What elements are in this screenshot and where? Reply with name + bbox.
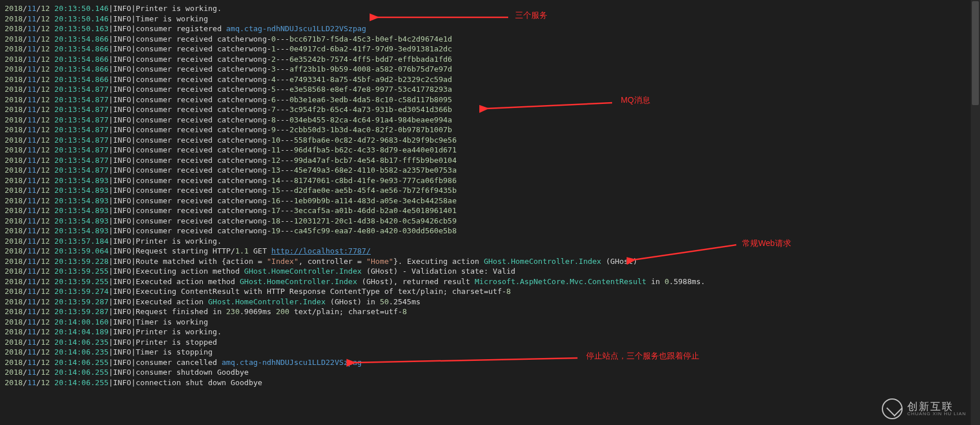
- log-line: 2018/11/12 20:13:54.893|INFO|consumer re…: [5, 216, 975, 226]
- log-line: 2018/11/12 20:14:06.255|INFO|connection …: [5, 378, 975, 388]
- log-line: 2018/11/12 20:14:06.235|INFO|Timer is st…: [5, 347, 975, 357]
- log-line: 2018/11/12 20:13:59.064|INFO|Request sta…: [5, 246, 975, 256]
- log-line: 2018/11/12 20:13:59.228|INFO|Route match…: [5, 256, 975, 267]
- log-line: 2018/11/12 20:14:06.235|INFO|Printer is …: [5, 337, 975, 348]
- scrollbar[interactable]: [971, 0, 980, 425]
- log-line: 2018/11/12 20:13:59.255|INFO|Executed ac…: [5, 277, 975, 287]
- log-line: 2018/11/12 20:13:54.866|INFO|consumer re…: [5, 54, 975, 65]
- log-line: 2018/11/12 20:13:54.877|INFO|consumer re…: [5, 145, 975, 155]
- log-line: 2018/11/12 20:13:54.877|INFO|consumer re…: [5, 115, 975, 125]
- log-line: 2018/11/12 20:14:06.255|INFO|consumer ca…: [5, 357, 975, 368]
- log-line: 2018/11/12 20:13:54.866|INFO|consumer re…: [5, 34, 975, 44]
- log-line: 2018/11/12 20:14:00.160|INFO|Timer is wo…: [5, 317, 975, 327]
- log-line: 2018/11/12 20:13:50.146|INFO|Printer is …: [5, 3, 975, 14]
- log-line: 2018/11/12 20:13:54.893|INFO|consumer re…: [5, 176, 975, 186]
- log-line: 2018/11/12 20:13:59.287|INFO|Request fin…: [5, 307, 975, 317]
- watermark: 创新互联 CHUANG XIN HU LIAN: [882, 398, 966, 419]
- watermark-logo-icon: [882, 398, 903, 419]
- log-output: 2018/11/12 20:13:50.146|INFO|Printer is …: [0, 0, 980, 391]
- scrollbar-thumb[interactable]: [972, 1, 979, 105]
- log-line: 2018/11/12 20:14:04.189|INFO|Printer is …: [5, 327, 975, 337]
- log-line: 2018/11/12 20:13:54.877|INFO|consumer re…: [5, 155, 975, 166]
- log-line: 2018/11/12 20:13:59.255|INFO|Executing a…: [5, 266, 975, 277]
- log-line: 2018/11/12 20:13:54.893|INFO|consumer re…: [5, 206, 975, 216]
- watermark-subtitle: CHUANG XIN HU LIAN: [907, 412, 966, 416]
- log-line: 2018/11/12 20:13:54.866|INFO|consumer re…: [5, 44, 975, 54]
- log-line: 2018/11/12 20:13:54.877|INFO|consumer re…: [5, 84, 975, 95]
- log-line: 2018/11/12 20:13:59.274|INFO|Executing C…: [5, 286, 975, 297]
- log-line: 2018/11/12 20:13:54.866|INFO|consumer re…: [5, 64, 975, 74]
- log-line: 2018/11/12 20:13:59.287|INFO|Executed ac…: [5, 297, 975, 307]
- log-line: 2018/11/12 20:13:50.146|INFO|Timer is wo…: [5, 14, 975, 24]
- watermark-title: 创新互联: [907, 401, 966, 412]
- log-line: 2018/11/12 20:13:54.877|INFO|consumer re…: [5, 105, 975, 115]
- log-line: 2018/11/12 20:13:50.163|INFO|consumer re…: [5, 24, 975, 34]
- log-line: 2018/11/12 20:14:06.255|INFO|consumer sh…: [5, 367, 975, 378]
- log-line: 2018/11/12 20:13:57.184|INFO|Printer is …: [5, 236, 975, 247]
- log-line: 2018/11/12 20:13:54.866|INFO|consumer re…: [5, 74, 975, 85]
- log-line: 2018/11/12 20:13:54.877|INFO|consumer re…: [5, 95, 975, 105]
- log-line: 2018/11/12 20:13:54.893|INFO|consumer re…: [5, 196, 975, 206]
- log-line: 2018/11/12 20:13:54.877|INFO|consumer re…: [5, 135, 975, 146]
- log-line: 2018/11/12 20:13:54.877|INFO|consumer re…: [5, 125, 975, 135]
- log-line: 2018/11/12 20:13:54.893|INFO|consumer re…: [5, 226, 975, 236]
- log-line: 2018/11/12 20:13:54.877|INFO|consumer re…: [5, 165, 975, 176]
- log-line: 2018/11/12 20:13:54.893|INFO|consumer re…: [5, 185, 975, 196]
